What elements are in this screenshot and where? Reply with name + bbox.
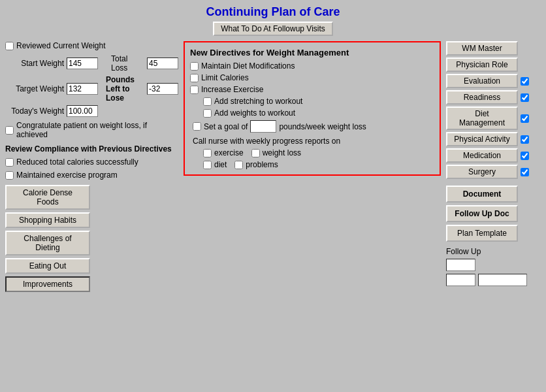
exercise-label: exercise (214, 148, 244, 157)
followup-visits-button[interactable]: What To Do At Followup Visits (213, 22, 333, 36)
weight-loss-label: weight loss (263, 148, 301, 157)
maintained-exercise-checkbox[interactable] (5, 171, 14, 180)
page-title: Continuing Plan of Care (5, 5, 541, 19)
challenges-dieting-button[interactable]: Challenges of Dieting (5, 231, 90, 255)
exercise-checkbox[interactable] (203, 149, 212, 157)
limit-calories-label: Limit Calories (201, 73, 249, 82)
problems-label: problems (246, 160, 278, 169)
center-panel: New Directives for Weight Management Mai… (184, 41, 441, 292)
reduced-calories-label: Reduced total calories successfully (16, 157, 138, 167)
congratulate-checkbox[interactable] (5, 126, 14, 135)
plan-template-button[interactable]: Plan Template (446, 225, 518, 242)
physical-activity-checkbox[interactable] (521, 135, 529, 144)
eating-out-button[interactable]: Eating Out (5, 258, 90, 274)
todays-weight-label: Today's Weight (5, 106, 64, 116)
maintain-diet-checkbox[interactable] (190, 62, 199, 71)
diet-label: diet (214, 160, 227, 169)
compliance-title: Review Compliance with Previous Directiv… (5, 144, 178, 154)
reviewed-weight-label: Reviewed Current Weight (16, 41, 106, 50)
add-weights-checkbox[interactable] (203, 109, 212, 118)
reduced-calories-checkbox[interactable] (5, 158, 14, 167)
follow-up-doc-button[interactable]: Follow Up Doc (446, 205, 518, 222)
goal-checkbox[interactable] (193, 122, 201, 131)
surgery-checkbox[interactable] (521, 168, 529, 176)
wm-master-button[interactable]: WM Master (446, 41, 518, 56)
weight-loss-checkbox[interactable] (251, 149, 260, 157)
pounds-label: Pounds Left to Lose (106, 75, 144, 103)
medication-button[interactable]: Medication (446, 148, 518, 163)
limit-calories-checkbox[interactable] (190, 74, 199, 82)
follow-up-input3[interactable] (478, 274, 527, 286)
improvements-button[interactable]: Improvements (5, 276, 90, 292)
physician-role-button[interactable]: Physician Role (446, 57, 518, 72)
follow-up-input2[interactable] (446, 274, 475, 286)
total-loss-label: Total Loss (111, 54, 144, 73)
directives-box: New Directives for Weight Management Mai… (184, 41, 441, 176)
todays-weight-input[interactable] (67, 105, 98, 117)
left-panel: Reviewed Current Weight Start Weight Tot… (5, 41, 178, 292)
medication-checkbox[interactable] (521, 152, 529, 160)
document-button[interactable]: Document (446, 186, 518, 203)
evaluation-button[interactable]: Evaluation (446, 74, 518, 88)
goal-input[interactable] (250, 120, 276, 133)
add-stretching-label: Add stretching to workout (214, 97, 302, 106)
diet-management-checkbox[interactable] (521, 114, 529, 123)
reviewed-weight-checkbox[interactable] (5, 42, 14, 50)
right-panel: WM Master Physician Role Evaluation Read… (446, 41, 541, 292)
shopping-habits-button[interactable]: Shopping Habits (5, 212, 90, 228)
start-weight-label: Start Weight (5, 59, 64, 68)
pounds-input[interactable] (147, 83, 178, 95)
goal-prefix: Set a goal of (204, 122, 248, 131)
readiness-button[interactable]: Readiness (446, 90, 518, 105)
increase-exercise-checkbox[interactable] (190, 86, 199, 94)
call-nurse-label: Call nurse with weekly progress reports … (193, 137, 340, 146)
readiness-checkbox[interactable] (521, 93, 529, 102)
action-buttons: Calorie Dense Foods Shopping Habits Chal… (5, 185, 178, 292)
problems-checkbox[interactable] (234, 161, 243, 169)
add-weights-label: Add weights to workout (214, 108, 295, 118)
target-weight-label: Target Weight (5, 84, 64, 93)
increase-exercise-label: Increase Exercise (201, 85, 263, 94)
target-weight-input[interactable] (67, 83, 98, 95)
calorie-dense-foods-button[interactable]: Calorie Dense Foods (5, 185, 90, 210)
directives-title: New Directives for Weight Management (190, 48, 434, 57)
surgery-button[interactable]: Surgery (446, 165, 518, 179)
add-stretching-checkbox[interactable] (203, 97, 212, 106)
start-weight-input[interactable] (67, 57, 98, 69)
diet-checkbox[interactable] (203, 161, 212, 169)
total-loss-input[interactable] (147, 57, 178, 69)
follow-up-label: Follow Up (446, 247, 541, 256)
follow-up-input1[interactable] (446, 259, 475, 271)
physical-activity-button[interactable]: Physical Activity (446, 132, 518, 146)
maintained-exercise-label: Maintained exercise program (16, 171, 118, 180)
maintain-diet-label: Maintain Diet Modifications (201, 61, 295, 71)
goal-suffix: pounds/week weight loss (279, 122, 366, 131)
congratulate-label: Congratulate patient on weight loss, if … (16, 121, 178, 139)
evaluation-checkbox[interactable] (521, 77, 529, 86)
diet-management-button[interactable]: Diet Management (446, 106, 518, 130)
